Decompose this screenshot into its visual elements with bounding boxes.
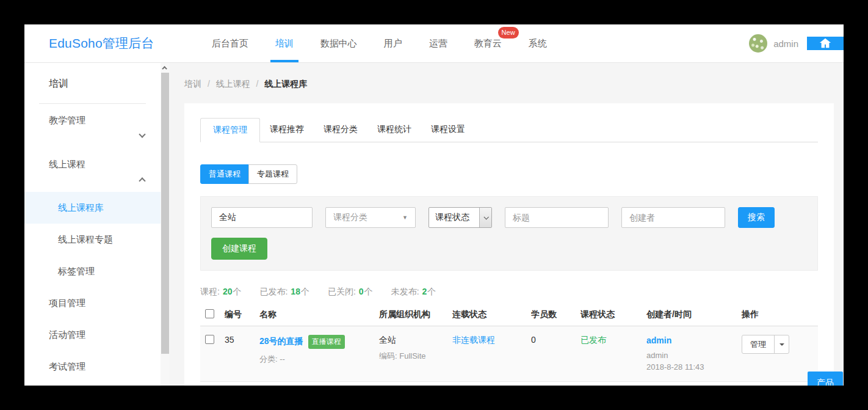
tab-bar: 课程管理 课程推荐 课程分类 课程统计 课程设置 xyxy=(200,118,818,142)
tab-course-settings[interactable]: 课程设置 xyxy=(421,118,475,142)
course-category: 分类: -- xyxy=(259,354,379,365)
col-header-students: 学员数 xyxy=(531,309,580,320)
nav-label: 用户 xyxy=(384,38,402,49)
tab-course-statistics[interactable]: 课程统计 xyxy=(367,118,421,142)
app-logo[interactable]: EduSoho管理后台 xyxy=(24,24,154,62)
nav-label: 教育云 xyxy=(474,38,502,49)
active-tab-underline xyxy=(270,60,298,62)
manage-button[interactable]: 管理 xyxy=(742,335,774,353)
screenshot-frame: EduSoho管理后台 后台首页 培训 数据中心 用户 运营 教育云 New xyxy=(0,0,868,410)
breadcrumb-current: 线上课程库 xyxy=(264,79,307,89)
creator-link[interactable]: admin xyxy=(646,335,671,345)
nav-item-operations[interactable]: 运营 xyxy=(416,24,461,62)
tab-course-category[interactable]: 课程分类 xyxy=(314,118,367,142)
category-select-value: 课程分类 xyxy=(333,212,367,223)
product-floating-button[interactable]: 产品 xyxy=(808,372,843,386)
sidebar-item-label: 标签管理 xyxy=(58,266,95,277)
scrollbar[interactable] xyxy=(161,63,170,386)
nav-item-data-center[interactable]: 数据中心 xyxy=(307,24,371,62)
serial-status-link[interactable]: 非连载课程 xyxy=(452,335,495,345)
nav-item-training[interactable]: 培训 xyxy=(262,24,307,62)
top-header: EduSoho管理后台 后台首页 培训 数据中心 用户 运营 教育云 New xyxy=(24,24,844,63)
sidebar-title: 培训 xyxy=(24,63,161,90)
nav-item-edu-cloud[interactable]: 教育云 New xyxy=(461,24,515,62)
col-header-actions: 操作 xyxy=(742,309,818,320)
breadcrumb-link-online-courses[interactable]: 线上课程 xyxy=(216,79,250,89)
sidebar-item-label: 项目管理 xyxy=(49,298,85,309)
nav-item-dashboard[interactable]: 后台首页 xyxy=(198,24,262,62)
nav-item-system[interactable]: 系统 xyxy=(515,24,560,62)
sidebar-item-course-library[interactable]: 线上课程库 xyxy=(24,192,161,224)
sidebar-item-activity-management[interactable]: 活动管理 xyxy=(24,319,161,351)
tab-course-recommend[interactable]: 课程推荐 xyxy=(260,118,314,142)
main-content: 培训 / 线上课程 / 线上课程库 课程管理 课程推荐 课程分类 课程统计 课程… xyxy=(170,63,844,386)
breadcrumb-link-training[interactable]: 培训 xyxy=(184,79,201,89)
search-button[interactable]: 搜索 xyxy=(738,207,775,228)
create-course-button[interactable]: 创建课程 xyxy=(211,238,267,260)
nav-label: 后台首页 xyxy=(212,38,248,49)
status-select[interactable]: 课程状态 xyxy=(429,207,492,228)
select-all-checkbox[interactable] xyxy=(205,309,214,318)
content-card: 课程管理 课程推荐 课程分类 课程统计 课程设置 普通课程 专题课程 xyxy=(184,103,834,386)
manage-dropdown-toggle[interactable] xyxy=(774,335,789,353)
table-row: 35 28号的直播直播课程 分类: -- 全站 编码: FullSite xyxy=(200,326,818,382)
sidebar-item-tag-management[interactable]: 标签管理 xyxy=(24,255,161,287)
sidebar-item-teaching-management[interactable]: 教学管理 xyxy=(24,104,161,148)
row-checkbox[interactable] xyxy=(205,335,214,344)
tab-course-management[interactable]: 课程管理 xyxy=(200,118,260,142)
col-header-id: 编号 xyxy=(225,309,259,320)
created-time: 2018-8-28 11:43 xyxy=(646,362,742,372)
creator-input[interactable] xyxy=(621,207,725,228)
creator-name: admin xyxy=(646,351,742,360)
caret-down-icon: ▼ xyxy=(402,214,408,221)
course-name-link[interactable]: 28号的直播 xyxy=(259,336,303,346)
stat-unpublished: 未发布:2个 xyxy=(391,287,436,298)
sidebar: 培训 教学管理 线上课程 线上课程库 线上课程专题 标签管理 项目管理 xyxy=(24,63,161,386)
sidebar-item-project-management[interactable]: 项目管理 xyxy=(24,287,161,319)
sidebar-item-online-courses[interactable]: 线上课程 xyxy=(24,148,161,192)
nav-label: 数据中心 xyxy=(320,38,357,49)
sidebar-item-label: 线上课程专题 xyxy=(58,234,113,246)
stat-published: 已发布:18个 xyxy=(259,287,309,298)
sidebar-item-label: 线上课程库 xyxy=(58,202,104,214)
chevron-up-icon xyxy=(139,177,145,184)
chevron-down-icon xyxy=(483,214,488,219)
nav-item-users[interactable]: 用户 xyxy=(371,24,416,62)
toggle-topic-course[interactable]: 专题课程 xyxy=(248,164,297,184)
toggle-normal-course[interactable]: 普通课程 xyxy=(200,164,249,184)
sidebar-item-label: 教学管理 xyxy=(49,115,85,125)
course-id: 35 xyxy=(225,335,259,345)
course-org: 全站 xyxy=(379,335,396,345)
table-row: 34 12eqwseqwd 全站 非连载课程 0 未发布 admin 管理 xyxy=(200,382,818,386)
app-window: EduSoho管理后台 后台首页 培训 数据中心 用户 运营 教育云 New xyxy=(24,24,844,386)
main-nav: 后台首页 培训 数据中心 用户 运营 教育云 New 系统 xyxy=(198,24,560,62)
nav-label: 运营 xyxy=(429,38,447,49)
sidebar-item-course-topics[interactable]: 线上课程专题 xyxy=(24,224,161,255)
user-area: admin xyxy=(749,24,844,62)
col-header-name: 名称 xyxy=(259,309,379,320)
stats-bar: 课程:20个 已发布:18个 已关闭:0个 未发布:2个 xyxy=(200,287,818,298)
caret-down-icon xyxy=(779,343,784,346)
body-row: 培训 教学管理 线上课程 线上课程库 线上课程专题 标签管理 项目管理 xyxy=(24,63,844,386)
title-input[interactable] xyxy=(505,207,609,228)
scrollbar-thumb[interactable] xyxy=(161,73,169,354)
course-org-code: 编码: FullSite xyxy=(379,351,452,362)
status-badge: 已发布 xyxy=(580,335,606,345)
stat-closed: 已关闭:0个 xyxy=(328,287,373,298)
home-button[interactable] xyxy=(807,37,844,50)
username[interactable]: admin xyxy=(773,38,798,49)
table-header-row: 编号 名称 所属组织机构 连载状态 学员数 课程状态 创建者/时间 操作 xyxy=(200,305,818,326)
category-select[interactable]: 课程分类 ▼ xyxy=(325,207,416,228)
sidebar-item-label: 考试管理 xyxy=(49,361,85,373)
sidebar-item-label: 线上课程 xyxy=(49,159,85,169)
manage-split-button[interactable]: 管理 xyxy=(742,335,789,354)
avatar[interactable] xyxy=(749,34,767,53)
student-count: 0 xyxy=(531,335,580,345)
scroll-up-button[interactable] xyxy=(161,63,170,73)
sidebar-item-exam-management[interactable]: 考试管理 xyxy=(24,351,161,383)
nav-label: 系统 xyxy=(529,38,547,49)
home-icon xyxy=(819,37,832,50)
col-header-creator: 创建者/时间 xyxy=(646,309,742,320)
site-input[interactable] xyxy=(211,207,313,228)
stat-total: 课程:20个 xyxy=(200,287,241,298)
